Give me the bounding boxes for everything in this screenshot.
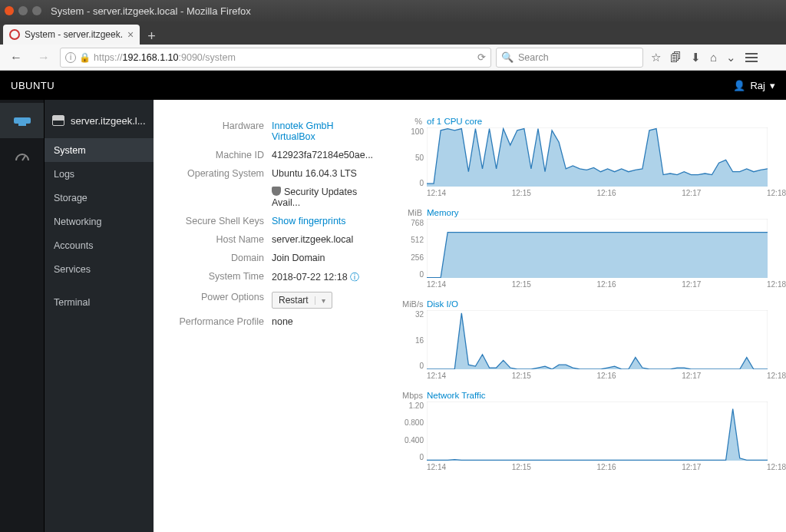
machineid-label: Machine ID [172,150,272,160]
new-tab-button[interactable]: + [140,28,163,45]
svg-line-2 [22,156,25,160]
time-label: System Time [172,271,272,284]
sidebar: server.itzgeek.l... System Logs Storage … [45,100,154,532]
disk-y-axis: 32160 [402,310,427,370]
server-tab-icon[interactable] [0,103,44,138]
tab-favicon [9,29,20,40]
net-x-axis: 12:1412:1512:1612:1712:18 [402,461,768,471]
search-bar[interactable]: 🔍 Search [496,48,643,68]
os-value: Ubuntu 16.04.3 LTS [272,168,379,179]
search-placeholder: Search [518,52,549,63]
perf-label: Performance Profile [172,316,272,327]
library-icon[interactable]: 🗐 [670,51,682,64]
tab-close-icon[interactable]: × [127,28,134,41]
menu-icon[interactable] [745,53,758,62]
user-menu[interactable]: 👤 Raj ▾ [733,80,775,91]
toolbar-icons: ☆ 🗐 ⬇ ⌂ ⌄ [648,51,761,64]
browser-toolbar: ← → i 🔒 https://192.168.1.10:9090/system… [0,45,786,71]
tab-title: System - server.itzgeek. [25,29,123,40]
svg-rect-1 [18,124,26,126]
host-label: server.itzgeek.l... [71,115,146,127]
browser-tab[interactable]: System - server.itzgeek. × [3,25,140,45]
mem-chart-link[interactable]: Memory [427,208,459,217]
cpu-chart-block: %of 1 CPU core 100500 12:1412:1512:1612:… [402,117,768,197]
forward-button[interactable]: → [32,46,55,69]
sidebar-item-accounts[interactable]: Accounts [45,233,154,257]
home-icon[interactable]: ⌂ [710,51,717,64]
mem-unit: MiB [402,208,422,217]
sidebar-item-system[interactable]: System [45,138,154,162]
domain-value[interactable]: Join Domain [272,253,379,263]
time-value[interactable]: 2018-07-22 12:18 [272,272,348,283]
dashboard-tab-icon[interactable] [0,138,44,173]
sidebar-item-storage[interactable]: Storage [45,186,154,210]
main-content: Hardware Innotek GmbH VirtualBox Machine… [154,100,786,532]
dashboard-tabs [0,100,45,532]
cockpit-navbar: UBUNTU 👤 Raj ▾ [0,71,786,100]
host-selector[interactable]: server.itzgeek.l... [45,103,154,138]
machineid-value: 412923fa72184e50ae... [272,150,379,160]
chevron-down-icon: ▾ [770,80,775,91]
disk-x-axis: 12:1412:1512:1612:1712:18 [402,370,768,380]
sidebar-item-logs[interactable]: Logs [45,162,154,186]
url-text: https://192.168.1.10:9090/system [94,52,474,63]
mem-plot[interactable] [427,219,768,279]
search-icon: 🔍 [501,51,514,63]
mem-x-axis: 12:1412:1512:1612:1712:18 [402,279,768,289]
site-info-icon[interactable]: i [65,52,76,63]
cpu-unit: % [402,117,422,126]
url-bar[interactable]: i 🔒 https://192.168.1.10:9090/system ⟳ [60,48,491,68]
svg-rect-0 [14,117,31,124]
browser-tabstrip: System - server.itzgeek. × + [0,21,786,45]
window-maximize-button[interactable] [32,6,41,15]
cpu-x-axis: 12:1412:1512:1612:1712:18 [402,187,768,197]
window-minimize-button[interactable] [18,6,28,15]
host-icon [52,115,64,126]
hostname-label: Host Name [172,234,272,245]
net-plot[interactable] [427,401,768,461]
hardware-link1[interactable]: Innotek GmbH [272,121,334,131]
net-chart-link[interactable]: Network Traffic [427,391,485,400]
hardware-link2[interactable]: VirtualBox [272,131,315,142]
os-label: Operating System [172,168,272,179]
perf-value: none [272,316,379,327]
lock-icon: 🔒 [79,52,91,63]
hostname-value[interactable]: server.itzgeek.local [272,234,379,245]
cpu-chart-link[interactable]: of 1 CPU core [427,117,482,126]
user-name: Raj [750,80,765,91]
charts-column: %of 1 CPU core 100500 12:1412:1512:1612:… [402,117,768,486]
ssh-label: Secure Shell Keys [172,216,272,226]
security-updates[interactable]: Security Updates Avail... [272,187,357,208]
net-chart-block: MbpsNetwork Traffic 1.200.8000.4000 12:1… [402,391,768,471]
sidebar-item-services[interactable]: Services [45,257,154,281]
window-title: System - server.itzgeek.local - Mozilla … [51,5,251,17]
restart-button[interactable]: Restart▾ [272,292,332,309]
disk-chart-block: MiB/sDisk I/O 32160 12:1412:1512:1612:17… [402,299,768,380]
reload-icon[interactable]: ⟳ [477,51,486,63]
disk-chart-link[interactable]: Disk I/O [427,299,458,309]
cpu-plot[interactable] [427,127,768,187]
net-y-axis: 1.200.8000.4000 [402,401,427,461]
pocket-icon[interactable]: ⌄ [726,51,736,64]
bookmark-star-icon[interactable]: ☆ [651,51,661,64]
disk-plot[interactable] [427,310,768,370]
window-titlebar: System - server.itzgeek.local - Mozilla … [0,0,786,21]
sidebar-item-networking[interactable]: Networking [45,210,154,233]
disk-unit: MiB/s [402,299,422,309]
back-button[interactable]: ← [5,46,28,69]
window-close-button[interactable] [5,6,14,15]
system-info: Hardware Innotek GmbH VirtualBox Machine… [172,117,379,486]
sidebar-item-terminal[interactable]: Terminal [45,290,154,314]
shield-icon [272,187,281,196]
cpu-y-axis: 100500 [402,127,427,187]
chevron-down-icon[interactable]: ▾ [315,296,325,305]
time-info-icon[interactable]: ⓘ [350,272,359,283]
svg-rect-6 [427,401,768,461]
ssh-fingerprints-link[interactable]: Show fingerprints [272,216,346,226]
power-label: Power Options [172,292,272,309]
gauge-icon [15,150,30,162]
net-unit: Mbps [402,391,422,400]
downloads-icon[interactable]: ⬇ [691,51,701,64]
mem-y-axis: 7685122560 [402,219,427,279]
cockpit-brand: UBUNTU [11,80,54,91]
